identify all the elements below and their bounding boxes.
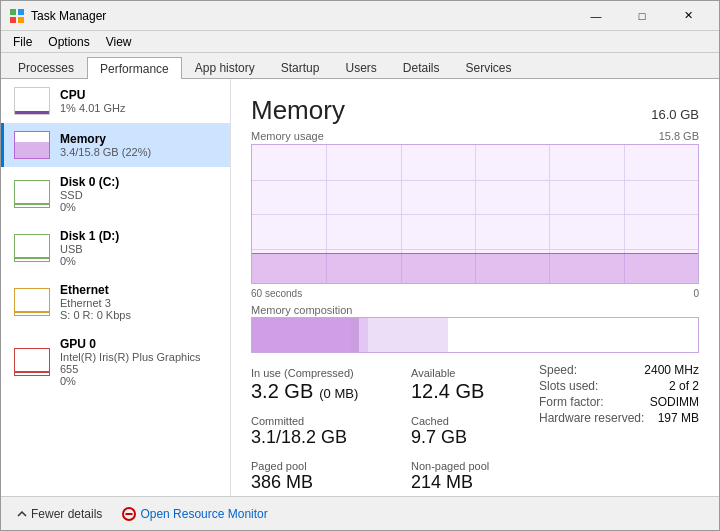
- in-use-label: In use (Compressed): [251, 367, 411, 379]
- available-label: Available: [411, 367, 539, 379]
- cached-label: Cached: [411, 415, 539, 427]
- memory-sub: 3.4/15.8 GB (22%): [60, 146, 151, 158]
- main-content: CPU 1% 4.01 GHz Memory 3.4/15.8 GB (22%): [1, 79, 719, 496]
- disk1-thumb: [14, 234, 50, 262]
- disk0-sub2: 0%: [60, 201, 119, 213]
- memory-composition-graph: [251, 317, 699, 353]
- seg-standby: [368, 318, 448, 352]
- form-row: Form factor: SODIMM: [539, 395, 699, 409]
- cpu-label: CPU: [60, 88, 125, 102]
- middle-stats: Available 12.4 GB Cached 9.7 GB Non-page…: [411, 363, 539, 496]
- title-bar: Task Manager — □ ✕: [1, 1, 719, 31]
- stat-committed: Committed 3.1/18.2 GB: [251, 411, 411, 452]
- cpu-thumb: [14, 87, 50, 115]
- sidebar-item-disk0[interactable]: Disk 0 (C:) SSD 0%: [1, 167, 230, 221]
- cpu-sub: 1% 4.01 GHz: [60, 102, 125, 114]
- left-stats: In use (Compressed) 3.2 GB (0 MB) Commit…: [251, 363, 411, 496]
- stat-cached: Cached 9.7 GB: [411, 411, 539, 452]
- minimize-button[interactable]: —: [573, 1, 619, 31]
- usage-label-row: Memory usage 15.8 GB: [251, 130, 699, 144]
- nonpaged-value: 214 MB: [411, 472, 539, 493]
- footer: Fewer details Open Resource Monitor: [1, 496, 719, 530]
- slots-value: 2 of 2: [669, 379, 699, 393]
- panel-header: Memory 16.0 GB: [251, 95, 699, 126]
- task-manager-window: Task Manager — □ ✕ File Options View Pro…: [0, 0, 720, 531]
- menu-view[interactable]: View: [98, 33, 140, 51]
- time-right: 0: [693, 288, 699, 299]
- window-title: Task Manager: [31, 9, 573, 23]
- svg-rect-1: [18, 9, 24, 15]
- form-value: SODIMM: [650, 395, 699, 409]
- tab-processes[interactable]: Processes: [5, 56, 87, 78]
- stat-paged: Paged pool 386 MB: [251, 456, 411, 496]
- chevron-up-icon: [17, 509, 27, 519]
- hw-label: Hardware reserved:: [539, 411, 644, 425]
- sidebar: CPU 1% 4.01 GHz Memory 3.4/15.8 GB (22%): [1, 79, 231, 496]
- memory-fill: [252, 253, 698, 283]
- ethernet-sub2: S: 0 R: 0 Kbps: [60, 309, 131, 321]
- fewer-details-button[interactable]: Fewer details: [13, 505, 106, 523]
- window-controls: — □ ✕: [573, 1, 711, 31]
- paged-value: 386 MB: [251, 472, 411, 493]
- paged-label: Paged pool: [251, 460, 411, 472]
- sidebar-item-memory[interactable]: Memory 3.4/15.8 GB (22%): [1, 123, 230, 167]
- usage-label: Memory usage: [251, 130, 324, 142]
- hw-value: 197 MB: [658, 411, 699, 425]
- close-button[interactable]: ✕: [665, 1, 711, 31]
- memory-thumb: [14, 131, 50, 159]
- svg-rect-2: [10, 17, 16, 23]
- disk1-sub1: USB: [60, 243, 119, 255]
- seg-free: [448, 318, 698, 352]
- tab-details[interactable]: Details: [390, 56, 453, 78]
- in-use-sub: (0 MB): [319, 386, 358, 401]
- speed-value: 2400 MHz: [644, 363, 699, 377]
- form-label: Form factor:: [539, 395, 604, 409]
- open-resource-monitor-link[interactable]: Open Resource Monitor: [122, 507, 267, 521]
- tab-services[interactable]: Services: [453, 56, 525, 78]
- open-resource-monitor-label: Open Resource Monitor: [140, 507, 267, 521]
- seg-modified: [359, 318, 368, 352]
- stat-nonpaged: Non-paged pool 214 MB: [411, 456, 539, 496]
- menu-options[interactable]: Options: [40, 33, 97, 51]
- resource-monitor-icon: [122, 507, 136, 521]
- disk0-label: Disk 0 (C:): [60, 175, 119, 189]
- maximize-button[interactable]: □: [619, 1, 665, 31]
- ethernet-label: Ethernet: [60, 283, 131, 297]
- ethernet-thumb: [14, 288, 50, 316]
- stat-available: Available 12.4 GB: [411, 363, 539, 407]
- tab-performance[interactable]: Performance: [87, 57, 182, 79]
- gpu-thumb: [14, 348, 50, 376]
- menu-file[interactable]: File: [5, 33, 40, 51]
- disk1-label: Disk 1 (D:): [60, 229, 119, 243]
- fewer-details-label: Fewer details: [31, 507, 102, 521]
- tab-app-history[interactable]: App history: [182, 56, 268, 78]
- committed-value: 3.1/18.2 GB: [251, 427, 411, 448]
- panel-total: 16.0 GB: [651, 107, 699, 122]
- speed-row: Speed: 2400 MHz: [539, 363, 699, 377]
- time-left: 60 seconds: [251, 288, 302, 299]
- nonpaged-label: Non-paged pool: [411, 460, 539, 472]
- slots-row: Slots used: 2 of 2: [539, 379, 699, 393]
- sidebar-item-cpu[interactable]: CPU 1% 4.01 GHz: [1, 79, 230, 123]
- memory-usage-graph: [251, 144, 699, 284]
- tab-users[interactable]: Users: [332, 56, 389, 78]
- memory-label: Memory: [60, 132, 151, 146]
- sidebar-item-gpu[interactable]: GPU 0 Intel(R) Iris(R) Plus Graphics 655…: [1, 329, 230, 395]
- gpu-label: GPU 0: [60, 337, 220, 351]
- svg-rect-3: [18, 17, 24, 23]
- tab-startup[interactable]: Startup: [268, 56, 333, 78]
- sidebar-item-ethernet[interactable]: Ethernet Ethernet 3 S: 0 R: 0 Kbps: [1, 275, 230, 329]
- speed-label: Speed:: [539, 363, 577, 377]
- gpu-sub2: 0%: [60, 375, 220, 387]
- seg-compressed: [350, 318, 359, 352]
- committed-label: Committed: [251, 415, 411, 427]
- right-panel: Memory 16.0 GB Memory usage 15.8 GB: [231, 79, 719, 496]
- composition-label: Memory composition: [251, 304, 352, 316]
- hw-row: Hardware reserved: 197 MB: [539, 411, 699, 425]
- time-labels: 60 seconds 0: [251, 288, 699, 299]
- right-stats: Speed: 2400 MHz Slots used: 2 of 2 Form …: [539, 363, 699, 496]
- sidebar-item-disk1[interactable]: Disk 1 (D:) USB 0%: [1, 221, 230, 275]
- cached-value: 9.7 GB: [411, 427, 539, 448]
- disk0-sub1: SSD: [60, 189, 119, 201]
- stat-in-use: In use (Compressed) 3.2 GB (0 MB): [251, 363, 411, 407]
